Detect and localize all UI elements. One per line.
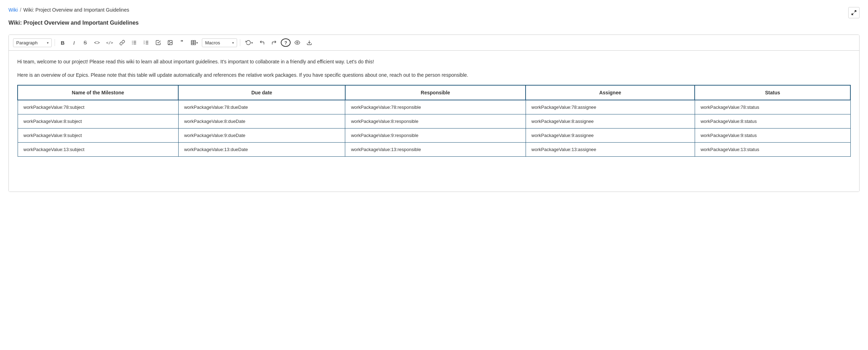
strikethrough-button[interactable]: S [80, 38, 90, 48]
preview-icon [294, 40, 300, 45]
svg-point-3 [132, 41, 133, 42]
breadcrumb-separator: / [20, 7, 21, 13]
svg-text:3: 3 [144, 43, 145, 45]
table-row: workPackageValue:13:subjectworkPackageVa… [18, 142, 850, 156]
table-header-responsible: Responsible [345, 85, 526, 100]
inline-code-button[interactable]: </> [104, 38, 116, 48]
svg-point-18 [297, 42, 298, 43]
macros-chevron-icon: ▾ [232, 41, 234, 45]
toolbar-divider-1 [55, 39, 55, 46]
table-cell: workPackageValue:8:responsible [345, 114, 526, 128]
table-row: workPackageValue:8:subjectworkPackageVal… [18, 114, 850, 128]
table-cell: workPackageValue:9:assignee [526, 128, 695, 142]
page-title: Wiki: Project Overview and Important Gui… [8, 20, 860, 26]
svg-line-21 [852, 13, 854, 15]
toolbar-divider-2 [240, 39, 240, 46]
bold-button[interactable]: B [58, 38, 68, 48]
link-button[interactable] [117, 38, 128, 48]
svg-point-5 [132, 44, 133, 44]
fullscreen-button[interactable] [848, 7, 860, 18]
save-icon [306, 40, 312, 45]
table-button[interactable]: ▾ [188, 38, 200, 48]
paragraph-style-label: Paragraph [16, 40, 38, 45]
table-cell: workPackageValue:8:assignee [526, 114, 695, 128]
table-cell: workPackageValue:78:subject [18, 100, 178, 114]
table-cell: workPackageValue:9:responsible [345, 128, 526, 142]
code-button[interactable]: <> [92, 38, 102, 48]
image-button[interactable] [165, 38, 175, 48]
table-header-row: Name of the Milestone Due date Responsib… [18, 85, 850, 100]
history-chevron-icon: ▾ [251, 41, 253, 45]
breadcrumb-current-page: Wiki: Project Overview and Important Gui… [23, 7, 129, 13]
table-cell: workPackageValue:78:dueDate [178, 100, 345, 114]
blockquote-icon: " [180, 39, 183, 46]
macros-label: Macros [205, 40, 220, 45]
table-cell: workPackageValue:8:dueDate [178, 114, 345, 128]
history-icon [246, 40, 251, 45]
table-header-milestone: Name of the Milestone [18, 85, 178, 100]
table-cell: workPackageValue:78:status [695, 100, 850, 114]
undo-icon [259, 40, 265, 45]
table-chevron-icon: ▾ [196, 41, 198, 45]
redo-icon [271, 40, 277, 45]
italic-button[interactable]: I [69, 38, 79, 48]
bullet-list-button[interactable] [129, 38, 140, 48]
table-cell: workPackageValue:9:subject [18, 128, 178, 142]
bullet-list-icon [131, 40, 137, 45]
ordered-list-icon: 1 2 3 [143, 40, 149, 45]
milestones-table: Name of the Milestone Due date Responsib… [17, 85, 851, 157]
table-cell: workPackageValue:9:dueDate [178, 128, 345, 142]
task-list-icon [155, 40, 161, 45]
table-cell: workPackageValue:78:assignee [526, 100, 695, 114]
preview-button[interactable] [292, 38, 303, 48]
paragraph-style-select[interactable]: Paragraph ▾ [13, 38, 52, 47]
link-icon [119, 40, 125, 45]
svg-line-20 [854, 11, 856, 12]
table-header-status: Status [695, 85, 850, 100]
undo-button[interactable] [257, 38, 267, 48]
table-cell: workPackageValue:13:responsible [345, 142, 526, 156]
table-cell: workPackageValue:9:status [695, 128, 850, 142]
editor-content[interactable]: Hi team, welcome to our project! Please … [9, 51, 859, 192]
ordered-list-button[interactable]: 1 2 3 [141, 38, 151, 48]
breadcrumb-wiki-link[interactable]: Wiki [8, 7, 18, 13]
task-list-button[interactable] [153, 38, 163, 48]
table-icon [191, 40, 196, 45]
table-row: workPackageValue:78:subjectworkPackageVa… [18, 100, 850, 114]
blockquote-button[interactable]: " [177, 38, 187, 48]
intro-paragraph-1: Hi team, welcome to our project! Please … [17, 58, 851, 65]
chevron-down-icon: ▾ [47, 41, 49, 45]
table-cell: workPackageValue:13:status [695, 142, 850, 156]
help-button[interactable]: ? [281, 38, 291, 47]
table-row: workPackageValue:9:subjectworkPackageVal… [18, 128, 850, 142]
table-cell: workPackageValue:8:status [695, 114, 850, 128]
breadcrumb: Wiki / Wiki: Project Overview and Import… [8, 7, 860, 13]
table-header-duedate: Due date [178, 85, 345, 100]
table-cell: workPackageValue:78:responsible [345, 100, 526, 114]
save-button[interactable] [304, 38, 315, 48]
table-cell: workPackageValue:13:dueDate [178, 142, 345, 156]
table-cell: workPackageValue:13:assignee [526, 142, 695, 156]
help-icon: ? [284, 40, 287, 45]
redo-button[interactable] [269, 38, 279, 48]
intro-paragraph-2: Here is an overview of our Epics. Please… [17, 71, 851, 79]
table-cell: workPackageValue:8:subject [18, 114, 178, 128]
svg-point-4 [132, 42, 133, 43]
macros-dropdown[interactable]: Macros ▾ [202, 38, 237, 47]
editor-toolbar: Paragraph ▾ B I S <> </> [9, 35, 859, 51]
image-icon [167, 40, 173, 45]
svg-point-13 [169, 42, 170, 42]
history-button[interactable]: ▾ [243, 38, 255, 48]
table-cell: workPackageValue:13:subject [18, 142, 178, 156]
table-header-assignee: Assignee [526, 85, 695, 100]
fullscreen-icon [851, 10, 857, 15]
editor-container: Paragraph ▾ B I S <> </> [8, 35, 860, 192]
